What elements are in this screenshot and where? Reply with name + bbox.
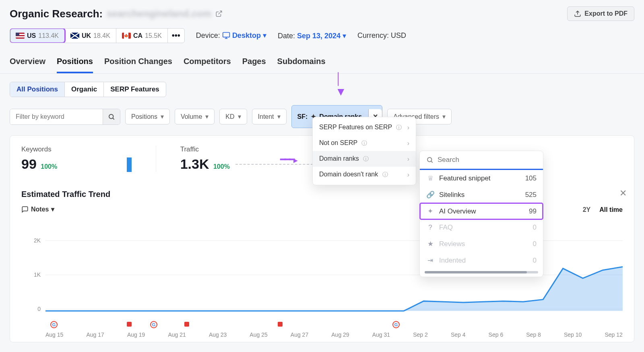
chevron-down-icon: ▾	[442, 113, 446, 120]
x-tick: Aug 19	[127, 331, 145, 338]
device-selector[interactable]: Device: Desktop ▾	[196, 31, 266, 40]
indent-icon: ⇥	[426, 256, 434, 265]
tab-overview[interactable]: Overview	[10, 57, 45, 73]
filter-volume[interactable]: Volume▾	[175, 109, 215, 124]
device-label: Device:	[196, 31, 220, 39]
feature-count: 0	[533, 257, 537, 265]
svg-rect-2	[223, 33, 230, 37]
annotation-arrow-down: │▼	[335, 72, 347, 98]
crown-icon: ♕	[426, 174, 434, 182]
segment-organic[interactable]: Organic	[65, 82, 104, 97]
event-marker[interactable]	[184, 322, 189, 327]
x-tick: Sep 12	[605, 331, 622, 338]
metric-pct: 100%	[41, 163, 57, 170]
feature-faq[interactable]: ?FAQ 0	[420, 219, 543, 236]
x-tick: Aug 27	[291, 331, 308, 338]
country-tab-us[interactable]: US 113.4K	[10, 29, 65, 43]
feature-featured-snippet[interactable]: ♕Featured snippet 105	[420, 170, 543, 186]
y-tick: 1K	[21, 271, 41, 278]
google-update-marker[interactable]: G	[50, 321, 58, 328]
sf-option-not-on-serp[interactable]: Not on SERP ⓘ ›	[313, 135, 416, 151]
sf-dropdown: SERP Features on SERP ⓘ › Not on SERP ⓘ …	[312, 117, 416, 185]
metric-value: 99	[21, 156, 37, 172]
notes-label: Notes	[31, 206, 49, 213]
tab-position-changes[interactable]: Position Changes	[104, 57, 172, 73]
segment-serp-features[interactable]: SERP Features	[104, 82, 166, 97]
tab-competitors[interactable]: Competitors	[184, 57, 231, 73]
flag-ca-icon	[122, 33, 131, 39]
feature-reviews[interactable]: ★Reviews 0	[420, 236, 543, 252]
chevron-down-icon: ▾	[263, 31, 266, 39]
feature-sitelinks[interactable]: 🔗Sitelinks 525	[420, 186, 543, 203]
desktop-icon	[222, 32, 232, 40]
x-axis: Aug 15Aug 17Aug 19Aug 21Aug 23Aug 25Aug …	[45, 331, 623, 338]
chevron-right-icon: ›	[407, 124, 409, 131]
metric-label: Keywords	[21, 145, 132, 153]
svg-line-6	[113, 118, 114, 119]
time-range-selector: 2Y All time	[583, 206, 623, 213]
search-button[interactable]	[103, 109, 120, 124]
sf-option-domain-doesnt-rank[interactable]: Domain doesn't rank ⓘ ›	[313, 167, 416, 182]
chevron-down-icon: ▾	[51, 205, 54, 213]
country-more-button[interactable]: •••	[168, 29, 184, 43]
flag-us-icon	[16, 33, 25, 39]
export-pdf-button[interactable]: Export to PDF	[567, 6, 634, 21]
filter-positions[interactable]: Positions▾	[125, 109, 170, 124]
scrollbar[interactable]	[425, 271, 538, 273]
position-segments: All Positions Organic SERP Features	[10, 82, 166, 97]
filter-intent[interactable]: Intent▾	[252, 109, 287, 124]
feature-count: 105	[525, 174, 537, 182]
tab-pages[interactable]: Pages	[242, 57, 266, 73]
page-title: Organic Research:	[10, 8, 103, 20]
google-update-marker[interactable]: G	[150, 321, 157, 328]
filter-kd[interactable]: KD▾	[219, 109, 247, 124]
x-tick: Aug 23	[209, 331, 227, 338]
sparkline-bar	[63, 156, 132, 172]
x-tick: Sep 8	[526, 331, 541, 338]
chevron-right-icon: ›	[407, 140, 409, 147]
x-tick: Sep 2	[413, 331, 428, 338]
tab-subdomains[interactable]: Subdomains	[277, 57, 326, 73]
notes-button[interactable]: Notes ▾	[21, 205, 54, 213]
date-selector[interactable]: Date: Sep 13, 2024 ▾	[278, 31, 346, 40]
segment-all-positions[interactable]: All Positions	[10, 82, 65, 97]
country-tab-ca[interactable]: CA 15.5K	[116, 29, 168, 43]
date-value: Sep 13, 2024	[297, 32, 341, 40]
feature-ai-overview[interactable]: ✦AI Overview 99	[420, 203, 543, 219]
event-marker[interactable]	[278, 322, 283, 327]
chevron-right-icon: ›	[407, 155, 409, 163]
sf-option-domain-ranks[interactable]: Domain ranks ⓘ ›	[313, 151, 416, 167]
x-tick: Sep 10	[564, 331, 582, 338]
close-chart-button[interactable]: ✕	[619, 188, 627, 199]
external-link-icon[interactable]	[215, 10, 223, 17]
x-tick: Sep 6	[489, 331, 504, 338]
x-tick: Aug 25	[250, 331, 267, 338]
event-marker[interactable]	[127, 322, 132, 327]
x-tick: Aug 31	[372, 331, 390, 338]
x-tick: Aug 15	[45, 331, 63, 338]
country-code: US	[27, 32, 36, 39]
range-all-time[interactable]: All time	[599, 206, 623, 213]
feature-search-input[interactable]	[438, 156, 537, 164]
feature-count: 99	[529, 207, 537, 215]
feature-indented[interactable]: ⇥Indented 0	[420, 252, 543, 269]
export-label: Export to PDF	[584, 10, 627, 17]
annotation-arrow-right: ━━━	[280, 154, 297, 165]
svg-point-5	[109, 114, 114, 119]
domain-text: searchengineland.com	[107, 8, 211, 19]
y-tick: 2K	[21, 237, 41, 244]
country-tab-uk[interactable]: UK 18.4K	[65, 29, 116, 43]
flag-uk-icon	[70, 33, 79, 39]
tab-positions[interactable]: Positions	[57, 57, 93, 73]
range-2y[interactable]: 2Y	[583, 206, 591, 213]
google-update-marker[interactable]: G	[392, 321, 400, 328]
feature-count: 0	[533, 224, 537, 232]
sf-option-serp-on-serp[interactable]: SERP Features on SERP ⓘ ›	[313, 120, 416, 135]
feature-count: 525	[525, 191, 537, 199]
keyword-input[interactable]	[10, 109, 103, 124]
country-tabs: US 113.4K UK 18.4K CA 15.5K •••	[10, 28, 185, 43]
x-tick: Aug 29	[331, 331, 349, 338]
sf-label: SF:	[297, 113, 308, 120]
star-icon: ★	[426, 240, 434, 248]
x-tick: Aug 17	[86, 331, 104, 338]
